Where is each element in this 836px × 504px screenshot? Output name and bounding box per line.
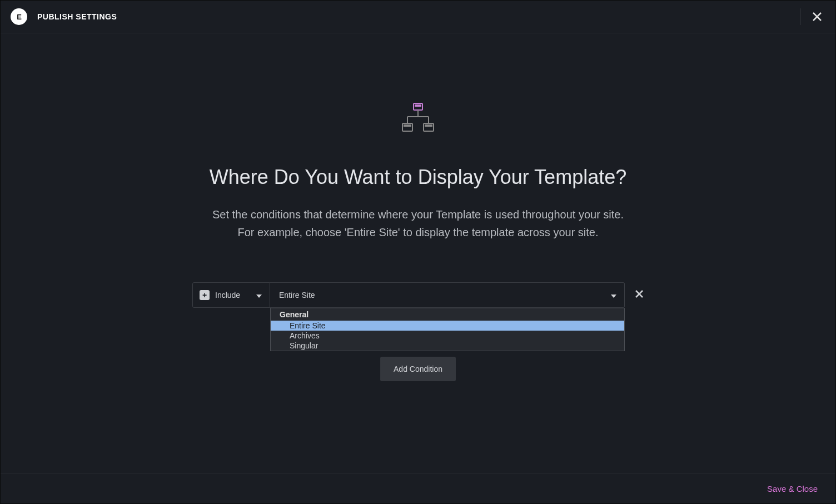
scope-dropdown: General Entire Site Archives Singular (270, 308, 625, 351)
page-description: Set the conditions that determine where … (212, 206, 624, 241)
description-line-2: For example, choose 'Entire Site' to dis… (212, 223, 624, 241)
plus-icon: + (200, 290, 210, 300)
description-line-1: Set the conditions that determine where … (212, 206, 624, 223)
svg-rect-3 (415, 104, 421, 107)
dropdown-option-singular[interactable]: Singular (271, 341, 624, 351)
close-icon (635, 290, 644, 298)
add-condition-button[interactable]: Add Condition (380, 357, 456, 381)
modal-footer: Save & Close (1, 473, 835, 503)
condition-scope-select[interactable]: Entire Site (270, 282, 625, 308)
modal-title: PUBLISH SETTINGS (37, 12, 117, 21)
remove-condition-button[interactable] (635, 290, 644, 301)
include-label: Include (215, 291, 240, 300)
dropdown-group-label: General (271, 308, 624, 321)
save-and-close-button[interactable]: Save & Close (767, 484, 818, 493)
dropdown-option-archives[interactable]: Archives (271, 331, 624, 341)
chevron-down-icon (611, 291, 616, 300)
svg-rect-11 (425, 124, 432, 127)
logo-letter: E (17, 13, 21, 21)
include-exclude-select[interactable]: + Include (192, 282, 270, 308)
dropdown-option-entire-site[interactable]: Entire Site (271, 321, 624, 331)
close-icon (812, 12, 822, 22)
scope-selected-value: Entire Site (279, 291, 315, 300)
chevron-down-icon (256, 291, 262, 300)
page-heading: Where Do You Want to Display Your Templa… (210, 166, 626, 189)
modal-body: Where Do You Want to Display Your Templa… (1, 33, 835, 473)
sitemap-icon (401, 103, 435, 135)
elementor-logo: E (11, 8, 27, 25)
modal-header: E PUBLISH SETTINGS (1, 1, 835, 33)
close-button[interactable] (812, 12, 822, 22)
svg-rect-9 (404, 124, 411, 127)
condition-row: + Include Entire Site Genera (192, 282, 644, 308)
